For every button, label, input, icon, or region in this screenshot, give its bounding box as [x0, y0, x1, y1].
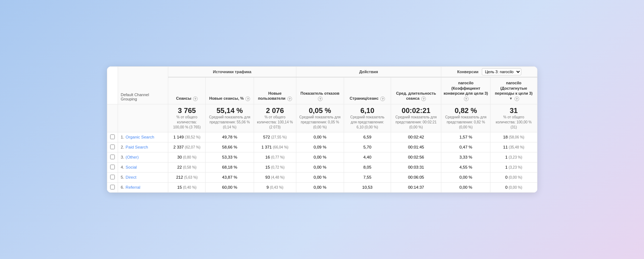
select-all-checkbox-cell [107, 67, 118, 104]
row-4-narocilo-rate: 4,55 % [441, 162, 490, 172]
row-6-pages-per-session: 10,53 [344, 182, 391, 192]
actions-group-header: Действия [296, 67, 441, 77]
row-5-checkbox-cell[interactable] [107, 172, 118, 182]
row-5-bounce-rate: 0,00 % [296, 172, 344, 182]
row-1-pages-per-session: 6,59 [344, 132, 391, 142]
row-1-new-users: 572(27,55 %) [254, 132, 296, 142]
row-4-channel: 4.Social [118, 162, 168, 172]
row-5-narocilo-rate: 0,00 % [441, 172, 490, 182]
row-1-checkbox[interactable] [110, 135, 115, 139]
sort-icon[interactable]: ▼ [509, 96, 513, 100]
row-5-pages-per-session: 7,55 [344, 172, 391, 182]
analytics-table: Default Channel Grouping Источники трафи… [107, 66, 537, 192]
summary-sessions: 3 765 % от общего количества: 100,00 % (… [168, 104, 206, 132]
new-sessions-help-icon[interactable]: ? [245, 96, 250, 101]
row-6-sessions: 15(0,40 %) [168, 182, 206, 192]
row-3-checkbox-cell[interactable] [107, 152, 118, 162]
row-1-bounce-rate: 0,00 % [296, 132, 344, 142]
row-1-checkbox-cell[interactable] [107, 132, 118, 142]
row-2-sessions: 2 337(62,07 %) [168, 142, 206, 152]
summary-narocilo-rate: 0,82 % Средний показатель для представле… [441, 104, 490, 132]
row-6-new-sessions: 60,00 % [206, 182, 254, 192]
row-5-checkbox[interactable] [110, 175, 115, 179]
row-3-narocilo-goals: 1(3,23 %) [490, 152, 537, 162]
sessions-header: Сеансы ? [168, 77, 206, 104]
row-3-sessions: 30(0,80 %) [168, 152, 206, 162]
row-3-checkbox[interactable] [110, 155, 115, 159]
summary-new-sessions: 55,14 % Средний показатель для представл… [206, 104, 254, 132]
row-2-narocilo-rate: 0,47 % [441, 142, 490, 152]
channel-link[interactable]: Paid Search [126, 145, 148, 149]
new-users-help-icon[interactable]: ? [287, 96, 292, 101]
table-row: 1.Organic Search1 149(30,52 %)49,78 %572… [107, 132, 537, 142]
row-6-avg-duration: 00:14:37 [391, 182, 441, 192]
traffic-group-header: Источники трафика [168, 67, 296, 77]
avg-duration-help-icon[interactable]: ? [421, 96, 426, 101]
row-1-avg-duration: 00:02:42 [391, 132, 441, 142]
table-row: 6.Referral15(0,40 %)60,00 %9(0,43 %)0,00… [107, 182, 537, 192]
row-2-checkbox-cell[interactable] [107, 142, 118, 152]
row-4-new-sessions: 68,18 % [206, 162, 254, 172]
row-3-narocilo-rate: 3,33 % [441, 152, 490, 162]
channel-link[interactable]: Direct [126, 175, 136, 179]
channel-link[interactable]: Organic Search [126, 135, 154, 139]
row-6-narocilo-goals: 0(0,00 %) [490, 182, 537, 192]
table-row: 2.Paid Search2 337(62,07 %)58,66 %1 371(… [107, 142, 537, 152]
row-5-new-users: 93(4,48 %) [254, 172, 296, 182]
row-6-checkbox-cell[interactable] [107, 182, 118, 192]
conversions-group-header: Конверсии Цель 3: narocilo [441, 67, 537, 77]
new-sessions-header: Новые сеансы, % ? [206, 77, 254, 104]
narocilo-goals-header: narocilo (Достигнутые переходы к цели 3)… [490, 77, 537, 104]
summary-label-cell [118, 104, 168, 132]
row-3-channel: 3.(Other) [118, 152, 168, 162]
row-5-narocilo-goals: 0(0,00 %) [490, 172, 537, 182]
row-4-sessions: 22(0,58 %) [168, 162, 206, 172]
row-3-new-sessions: 53,33 % [206, 152, 254, 162]
narocilo-rate-help-icon[interactable]: ? [464, 96, 469, 101]
row-2-checkbox[interactable] [110, 145, 115, 149]
row-3-avg-duration: 00:02:56 [391, 152, 441, 162]
row-5-avg-duration: 00:06:05 [391, 172, 441, 182]
row-6-checkbox[interactable] [110, 185, 115, 189]
row-6-new-users: 9(0,43 %) [254, 182, 296, 192]
pages-per-session-help-icon[interactable]: ? [380, 96, 385, 101]
table-row: 3.(Other)30(0,80 %)53,33 %16(0,77 %)0,00… [107, 152, 537, 162]
row-5-new-sessions: 43,87 % [206, 172, 254, 182]
summary-row: 3 765 % от общего количества: 100,00 % (… [107, 104, 537, 132]
row-4-new-users: 15(0,72 %) [254, 162, 296, 172]
channel-link[interactable]: Social [126, 165, 137, 169]
row-4-pages-per-session: 8,05 [344, 162, 391, 172]
narocilo-goals-help-icon[interactable]: ? [514, 96, 519, 101]
channel-link[interactable]: Referral [126, 185, 140, 189]
row-3-new-users: 16(0,77 %) [254, 152, 296, 162]
summary-checkbox-cell [107, 104, 118, 132]
row-4-bounce-rate: 0,00 % [296, 162, 344, 172]
row-4-checkbox-cell[interactable] [107, 162, 118, 172]
summary-bounce-rate: 0,05 % Средний показатель для представле… [296, 104, 344, 132]
row-2-narocilo-goals: 11(35,48 %) [490, 142, 537, 152]
bounce-rate-help-icon[interactable]: ? [318, 96, 323, 101]
goal-select[interactable]: Цель 3: narocilo [482, 68, 521, 75]
summary-new-users: 2 076 % от общего количества: 100,14 % (… [254, 104, 296, 132]
table-row: 5.Direct212(5,63 %)43,87 %93(4,48 %)0,00… [107, 172, 537, 182]
row-3-pages-per-session: 4,40 [344, 152, 391, 162]
row-1-narocilo-rate: 1,57 % [441, 132, 490, 142]
row-1-narocilo-goals: 18(58,06 %) [490, 132, 537, 142]
row-6-narocilo-rate: 0,00 % [441, 182, 490, 192]
row-2-channel: 2.Paid Search [118, 142, 168, 152]
row-1-channel: 1.Organic Search [118, 132, 168, 142]
group-header-row: Default Channel Grouping Источники трафи… [107, 67, 537, 77]
sessions-help-icon[interactable]: ? [193, 96, 198, 101]
avg-duration-header: Сред. длительность сеанса ? [391, 77, 441, 104]
row-6-bounce-rate: 0,00 % [296, 182, 344, 192]
row-4-checkbox[interactable] [110, 165, 115, 169]
row-4-avg-duration: 00:03:31 [391, 162, 441, 172]
channel-grouping-header: Default Channel Grouping [118, 67, 168, 104]
new-users-header: Новые пользователи ? [254, 77, 296, 104]
summary-pages-per-session: 6,10 Средний показатель для представлени… [344, 104, 391, 132]
row-6-channel: 6.Referral [118, 182, 168, 192]
row-5-sessions: 212(5,63 %) [168, 172, 206, 182]
channel-link[interactable]: (Other) [126, 155, 138, 159]
row-2-pages-per-session: 5,70 [344, 142, 391, 152]
pages-per-session-header: Страниц/сеанс ? [344, 77, 391, 104]
